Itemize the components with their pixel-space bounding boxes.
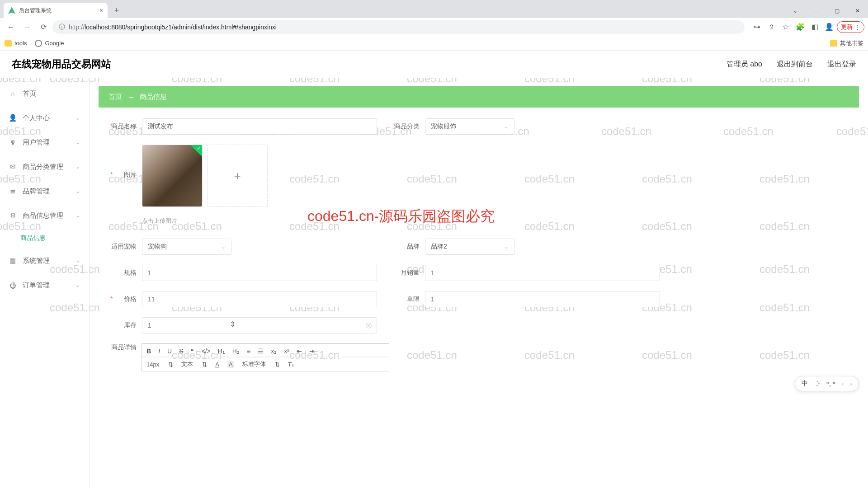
minimize-icon[interactable]: ─ (806, 4, 826, 18)
breadcrumb-current: 商品信息 (140, 93, 167, 101)
clear-format-icon[interactable]: Tₓ (288, 361, 294, 368)
image-upload-button[interactable]: + (207, 145, 268, 207)
underline-icon[interactable]: U (167, 347, 172, 355)
sidebar-item-home[interactable]: ⌂ 首页 (0, 81, 89, 106)
clear-input-icon[interactable]: ⓧ (366, 322, 372, 330)
sidebar-item-category[interactable]: ✉ 商品分类管理 ⌄ (0, 155, 89, 179)
sales-input[interactable] (425, 265, 660, 281)
sidebar-item-users[interactable]: 🎙 用户管理 ⌄ (0, 130, 89, 155)
rich-text-editor[interactable]: B I U S ❝ </> H₁ H₂ ≡ ☰ x₂ x² ⇤ (142, 343, 389, 371)
upload-hint: 点击上传图片 (142, 217, 854, 225)
browser-tab[interactable]: 后台管理系统 × (4, 3, 108, 18)
main-content: 首页 → 商品信息 商品名称 商品分类 宠物服饰⌄ (90, 78, 868, 488)
quote-icon[interactable]: ❝ (190, 347, 194, 355)
editor-toolbar: B I U S ❝ </> H₁ H₂ ≡ ☰ x₂ x² ⇤ (142, 344, 389, 357)
strike-icon[interactable]: S (179, 347, 183, 355)
bg-color-icon[interactable]: A (227, 361, 234, 368)
address-bar[interactable]: ⓘ http://localhost:8080/springbootqi5z1/… (52, 20, 745, 34)
admin-label[interactable]: 管理员 abo (726, 60, 762, 69)
chevron-down-icon: ⌄ (75, 115, 80, 121)
category-select[interactable]: 宠物服饰⌄ (425, 118, 514, 135)
indent-right-icon[interactable]: ⇥ (309, 347, 315, 355)
bookmark-google[interactable]: Google (35, 40, 64, 47)
logout-link[interactable]: 退出登录 (827, 60, 856, 69)
font-type-select[interactable]: 文本⇅ (181, 360, 207, 368)
vue-favicon-icon (8, 7, 15, 14)
app-header: 在线宠物用品交易网站 管理员 abo 退出到前台 退出登录 (0, 51, 868, 78)
font-size-select[interactable]: 14px⇅ (146, 361, 173, 368)
profile-avatar-icon[interactable]: 👤 (822, 20, 836, 34)
label-limit: 单限 (386, 295, 425, 303)
label-stock: 库存 (103, 321, 142, 329)
ul-icon[interactable]: ☰ (258, 347, 264, 355)
superscript-icon[interactable]: x² (284, 347, 289, 355)
limit-input[interactable] (425, 291, 660, 307)
sidebar-item-system[interactable]: ▦ 系统管理 ⌄ (0, 249, 89, 273)
bookmark-star-icon[interactable]: ☆ (779, 20, 793, 34)
site-info-icon[interactable]: ⓘ (59, 23, 65, 31)
ol-icon[interactable]: ≡ (247, 347, 250, 355)
close-window-icon[interactable]: ✕ (847, 4, 868, 18)
window-controls: ⌄ ─ ▢ ✕ (785, 4, 868, 18)
share-icon[interactable]: ⇪ (764, 20, 778, 34)
ime-toolbar[interactable]: 中 ☽ ᵒ, ᵒ ‹ › (795, 376, 859, 391)
uploaded-image-thumb[interactable] (142, 145, 203, 207)
sidebar-item-brand[interactable]: ≣ 品牌管理 ⌄ (0, 179, 89, 203)
ime-right-icon[interactable]: › (850, 380, 852, 387)
update-chrome-button[interactable]: 更新⋮ (837, 21, 864, 33)
ime-left-icon[interactable]: ‹ (842, 380, 844, 387)
editor-toolbar-2: 14px⇅ 文本⇅ A A 标准字体⇅ Tₓ (142, 357, 389, 371)
product-name-input[interactable] (142, 118, 377, 135)
resize-cursor-icon: ⇕ (230, 320, 236, 328)
font-family-select[interactable]: 标准字体⇅ (242, 360, 280, 368)
font-color-icon[interactable]: A (215, 361, 219, 368)
bookmark-other[interactable]: 其他书签 (830, 39, 863, 47)
new-tab-button[interactable]: + (110, 4, 123, 17)
chevron-down-icon: ⌄ (504, 244, 509, 250)
gear-icon: ⚙ (9, 212, 16, 219)
ime-punct[interactable]: ᵒ, ᵒ (826, 380, 835, 387)
back-button[interactable]: ← (4, 20, 18, 34)
reload-button[interactable]: ⟳ (36, 20, 51, 34)
stock-input[interactable] (142, 317, 377, 333)
h2-icon[interactable]: H₂ (232, 347, 240, 355)
home-icon: ⌂ (9, 90, 16, 97)
spec-input[interactable] (142, 265, 377, 281)
breadcrumb-home[interactable]: 首页 (108, 93, 122, 101)
sidebar: ⌂ 首页 👤 个人中心 ⌄ 🎙 用户管理 ⌄ ✉ 商品分类管理 ⌄ ≣ 品牌管理 (0, 78, 90, 488)
chevron-down-icon: ⌄ (75, 139, 80, 145)
price-input[interactable] (142, 291, 377, 307)
extensions-icon[interactable]: 🧩 (793, 20, 807, 34)
label-image: 图片 (103, 145, 142, 179)
sidebar-item-order[interactable]: ⏻ 订单管理 ⌄ (0, 273, 89, 297)
pet-select[interactable]: 宠物狗⌄ (142, 239, 231, 255)
ime-moon-icon[interactable]: ☽ (814, 380, 820, 387)
tab-title: 后台管理系统 (19, 7, 96, 14)
indent-left-icon[interactable]: ⇤ (297, 347, 302, 355)
label-name: 商品名称 (103, 122, 142, 131)
label-category: 商品分类 (386, 122, 425, 131)
maximize-icon[interactable]: ▢ (826, 4, 847, 18)
code-icon[interactable]: </> (201, 347, 210, 355)
sidebar-item-product[interactable]: ⚙ 商品信息管理 ⌄ (0, 203, 89, 228)
app-title: 在线宠物用品交易网站 (12, 57, 111, 71)
exit-frontend-link[interactable]: 退出到前台 (777, 60, 813, 69)
italic-icon[interactable]: I (158, 347, 160, 355)
mail-icon: ✉ (9, 163, 16, 170)
sidepanel-icon[interactable]: ◧ (808, 20, 821, 34)
ime-lang[interactable]: 中 (802, 380, 808, 388)
bookmark-tools[interactable]: tools (5, 40, 27, 47)
folder-icon (830, 40, 837, 47)
brand-select[interactable]: 品牌2⌄ (425, 239, 514, 255)
forward-button[interactable]: → (20, 20, 34, 34)
h1-icon[interactable]: H₁ (218, 347, 225, 355)
bold-icon[interactable]: B (146, 347, 151, 355)
power-icon: ⏻ (9, 282, 16, 289)
chevron-down-icon[interactable]: ⌄ (785, 4, 806, 18)
password-key-icon[interactable]: ⊶ (750, 20, 764, 34)
sidebar-sub-product-info[interactable]: 商品信息 (0, 228, 89, 249)
sidebar-item-personal[interactable]: 👤 个人中心 ⌄ (0, 106, 89, 130)
tab-close-icon[interactable]: × (99, 7, 103, 14)
subscript-icon[interactable]: x₂ (271, 347, 277, 355)
label-detail: 商品详情 (103, 343, 142, 352)
